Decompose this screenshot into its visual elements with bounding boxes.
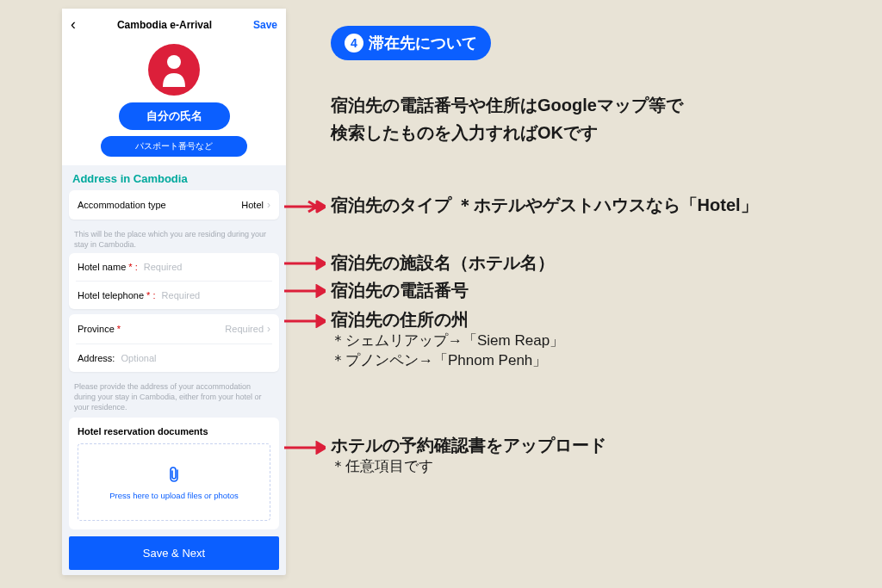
app-title: Cambodia e-Arrival xyxy=(117,19,212,31)
hotel-name-placeholder: Required xyxy=(144,262,183,272)
arrow-icon xyxy=(284,284,326,298)
address-placeholder: Optional xyxy=(121,353,156,363)
arrow-icon xyxy=(284,314,326,328)
annotation-accommodation-type: 宿泊先のタイプ ＊ホテルやゲストハウスなら「Hotel」 xyxy=(331,194,758,217)
person-icon xyxy=(159,53,189,87)
save-next-button[interactable]: Save & Next xyxy=(69,536,279,570)
profile-block: 自分の氏名 パスポート番号など xyxy=(62,39,286,165)
province-label: Province xyxy=(78,324,115,334)
hotel-tel-row[interactable]: Hotel telephone * : Required xyxy=(69,282,279,309)
intro-text: 宿泊先の電話番号や住所はGoogleマップ等で 検索したものを入力すればOKです xyxy=(331,91,683,146)
annotation-hotel-tel: 宿泊先の電話番号 xyxy=(331,279,469,302)
accommodation-helper: This will be the place which you are res… xyxy=(62,225,286,253)
accommodation-type-label: Accommodation type xyxy=(78,200,166,210)
section-badge: 4 滞在先について xyxy=(331,26,491,60)
province-placeholder: Required xyxy=(225,324,264,334)
hotel-name-label: Hotel name xyxy=(78,262,126,272)
hotel-tel-label: Hotel telephone xyxy=(78,290,144,300)
arrow-icon xyxy=(284,441,326,455)
name-pill: 自分の氏名 xyxy=(119,102,230,130)
upload-box[interactable]: Press here to upload files or photos xyxy=(78,443,270,521)
avatar xyxy=(148,44,200,96)
app-header: ‹ Cambodia e-Arrival Save xyxy=(62,9,286,39)
upload-card: Hotel reservation documents Press here t… xyxy=(69,418,279,529)
chevron-right-icon: › xyxy=(267,323,270,335)
hotel-tel-placeholder: Required xyxy=(162,290,201,300)
chevron-right-icon: › xyxy=(267,199,270,211)
badge-number: 4 xyxy=(345,34,363,53)
address-label: Address: xyxy=(78,353,115,363)
phone-screenshot: ‹ Cambodia e-Arrival Save 自分の氏名 パスポート番号な… xyxy=(62,9,286,575)
arrow-icon xyxy=(284,257,326,270)
badge-title: 滞在先について xyxy=(369,33,477,53)
hotel-name-row[interactable]: Hotel name * : Required xyxy=(69,253,279,281)
arrow-icon xyxy=(284,200,326,214)
annotation-upload: ホテルの予約確認書をアップロード ＊任意項目です xyxy=(331,434,606,477)
province-address-card: Province * Required › Address: Optional xyxy=(69,314,279,372)
accommodation-card: Accommodation type Hotel › xyxy=(69,190,279,220)
upload-title: Hotel reservation documents xyxy=(78,426,270,436)
svg-point-0 xyxy=(167,55,181,69)
passport-pill: パスポート番号など xyxy=(101,136,247,157)
save-button[interactable]: Save xyxy=(253,19,277,31)
address-row[interactable]: Address: Optional xyxy=(69,344,279,372)
section-title: Address in Cambodia xyxy=(62,165,286,190)
annotation-province: 宿泊先の住所の州 ＊シェムリアップ→「Siem Reap」 ＊プノンペン→「Ph… xyxy=(331,308,564,371)
province-row[interactable]: Province * Required › xyxy=(69,314,279,344)
annotation-hotel-name: 宿泊先の施設名（ホテル名） xyxy=(331,251,555,275)
back-icon[interactable]: ‹ xyxy=(71,15,76,34)
attachment-icon xyxy=(165,465,183,484)
upload-text: Press here to upload files or photos xyxy=(109,491,238,500)
accommodation-type-row[interactable]: Accommodation type Hotel › xyxy=(69,190,279,220)
hotel-fields-card: Hotel name * : Required Hotel telephone … xyxy=(69,253,279,309)
accommodation-type-value: Hotel xyxy=(241,200,264,210)
address-helper: Please provide the address of your accom… xyxy=(62,377,286,416)
